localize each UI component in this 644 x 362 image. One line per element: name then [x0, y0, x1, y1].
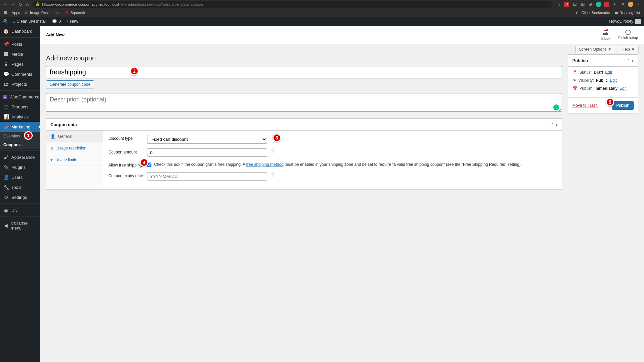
sidebar-item-products[interactable]: ☰Products [0, 102, 40, 112]
move-to-trash-link[interactable]: Move to Trash [572, 103, 598, 108]
reading-list[interactable]: ☰ Reading List [615, 10, 640, 15]
up-icon[interactable]: ˄ [548, 122, 550, 127]
sidebar-item-collapse[interactable]: ◀Collapse menu [0, 218, 40, 233]
coupon-data-box: Coupon data ˄ ˅ ▴ 👤General ⊘Usage restri… [46, 118, 562, 190]
ext-icon-6[interactable] [604, 2, 609, 7]
page-title: Add new coupon [46, 54, 562, 62]
ext-icon-8[interactable]: ≡ [620, 2, 625, 7]
circle-icon [625, 30, 631, 35]
finish-setup-link[interactable]: Finish setup [618, 30, 638, 40]
sidebar-item-users[interactable]: 👤Users [0, 172, 40, 182]
divi-icon: ◉ [3, 208, 9, 213]
ext-icon-1[interactable]: N [564, 2, 569, 7]
ext-icon-2[interactable]: ▤ [572, 2, 577, 7]
discount-type-select[interactable]: Fixed cart discount [147, 135, 267, 144]
edit-schedule-link[interactable]: Edit [620, 86, 627, 91]
site-link[interactable]: ⌂ Clean Divi Install [13, 19, 47, 24]
back-icon[interactable]: ← [3, 2, 7, 7]
down-icon[interactable]: ˅ [628, 58, 630, 63]
brush-icon: 🖌 [3, 154, 9, 160]
up-icon[interactable]: ˄ [624, 58, 626, 63]
coupon-amount-input[interactable] [147, 148, 267, 157]
url-bar[interactable]: 🔒 https://woocommerce-coupon-at-checkout… [32, 1, 553, 8]
howdy-link[interactable]: Howdy, robey [609, 19, 641, 24]
sidebar-item-divi[interactable]: ◉Divi [0, 205, 40, 215]
dashboard-icon: 🏠 [3, 28, 9, 34]
down-icon[interactable]: ˅ [552, 122, 554, 127]
toggle-icon[interactable]: ▴ [632, 58, 634, 63]
header-breadcrumb: Add New [46, 32, 65, 37]
free-shipping-method-link[interactable]: free shipping method [246, 162, 283, 167]
forward-icon[interactable]: → [11, 2, 15, 7]
other-bookmarks[interactable]: 🗀 Other Bookmarks [576, 10, 610, 15]
edit-visibility-link[interactable]: Edit [610, 78, 617, 83]
url-host: https://woocommerce-coupon-at-checkout.l… [42, 2, 119, 6]
screen-options-button[interactable]: Screen Options ▼ [575, 46, 615, 53]
toggle-icon[interactable]: ▴ [556, 122, 558, 127]
pin-icon: 📌 [3, 41, 9, 47]
collapse-icon: ◀ [3, 223, 8, 228]
woo-icon: w [3, 95, 7, 99]
star-icon[interactable]: ☆ [556, 2, 561, 7]
reload-icon[interactable]: ⟳ [19, 2, 23, 7]
sidebar-item-posts[interactable]: 📌Posts [0, 39, 40, 49]
generate-code-button[interactable]: Generate coupon code [46, 80, 94, 88]
help-button[interactable]: Help ▼ [618, 46, 639, 53]
bookmark-resizer[interactable]: 🗎 Image Resizer to... [25, 11, 61, 15]
sidebar-item-comments[interactable]: 💬Comments [0, 69, 40, 79]
apps-icon[interactable]: ⊞ [4, 10, 7, 15]
menu-icon[interactable]: ⋮ [636, 2, 641, 7]
sidebar-item-marketing[interactable]: 📣Marketing [0, 122, 40, 132]
general-icon: 👤 [50, 134, 55, 139]
tab-general[interactable]: 👤General [46, 131, 103, 142]
sidebar-item-pages[interactable]: 🗎Pages [0, 59, 40, 69]
megaphone-icon: 📣 [3, 124, 9, 129]
expiry-date-input[interactable] [147, 172, 267, 180]
edit-status-link[interactable]: Edit [605, 70, 612, 75]
avatar-icon[interactable] [628, 2, 633, 7]
coupon-code-input[interactable] [46, 66, 562, 78]
page-icon: 🗎 [3, 61, 9, 67]
browser-nav: ← → ⟳ ⌂ [3, 2, 29, 7]
tab-usage-restriction[interactable]: ⊘Usage restriction [46, 142, 103, 154]
sidebar-item-projects[interactable]: 🗂Projects [0, 79, 40, 89]
grammarly-icon[interactable] [553, 104, 559, 110]
bookmark-squoosh[interactable]: ◉ Squoosh [65, 10, 85, 15]
inbox-link[interactable]: 🗳 Inbox [601, 30, 610, 40]
wp-logo-icon[interactable]: ⓦ [3, 19, 7, 24]
description-input[interactable] [46, 93, 562, 112]
comments-link[interactable]: 💬 0 [52, 19, 61, 24]
project-icon: 🗂 [3, 81, 9, 87]
ext-icon-5[interactable] [596, 2, 601, 7]
user-icon: 👤 [3, 174, 9, 180]
url-path: /wp-admin/post-new.php?post_type=shop_co… [121, 2, 203, 6]
lock-icon: 🔒 [35, 2, 40, 6]
bookmark-apps[interactable]: Apps [12, 11, 20, 15]
products-icon: ☰ [3, 104, 9, 109]
sidebar-item-media[interactable]: 🖼Media [0, 49, 40, 59]
new-link[interactable]: + New [66, 19, 78, 24]
ext-icon-4[interactable]: ◉ [588, 2, 593, 7]
submenu-coupons[interactable]: Coupons [0, 140, 40, 149]
help-icon[interactable]: ❔ [270, 148, 275, 153]
sidebar-item-dashboard[interactable]: 🏠Dashboard [0, 26, 40, 36]
sidebar-item-tools[interactable]: 🔧Tools [0, 182, 40, 192]
sidebar-item-woocommerce[interactable]: wWooCommerce [0, 92, 40, 102]
annotation-badge-4: 4 [140, 158, 148, 167]
user-avatar-icon [635, 19, 641, 24]
calendar-icon: 📅 [572, 86, 577, 91]
publish-button[interactable]: Publish [612, 101, 634, 110]
home-icon[interactable]: ⌂ [26, 2, 29, 7]
publish-box: Publish ˄ ˅ ▴ 📍Status: Draft Edit 👁Visib… [568, 54, 638, 113]
sidebar-item-settings[interactable]: ⚙Settings [0, 192, 40, 202]
coupon-amount-label: Coupon amount [108, 148, 147, 154]
limits-icon: + [50, 157, 53, 162]
submenu-overview[interactable]: Overview [0, 132, 40, 140]
sidebar-item-appearance[interactable]: 🖌Appearance [0, 152, 40, 162]
sidebar-item-plugins[interactable]: 🔌Plugins [0, 162, 40, 172]
sidebar-item-analytics[interactable]: 📊Analytics [0, 112, 40, 122]
help-icon[interactable]: ❔ [270, 172, 275, 177]
tab-usage-limits[interactable]: +Usage limits [46, 154, 103, 166]
ext-icon-7[interactable]: ✦ [612, 2, 617, 7]
ext-icon-3[interactable]: ▦ [580, 2, 585, 7]
